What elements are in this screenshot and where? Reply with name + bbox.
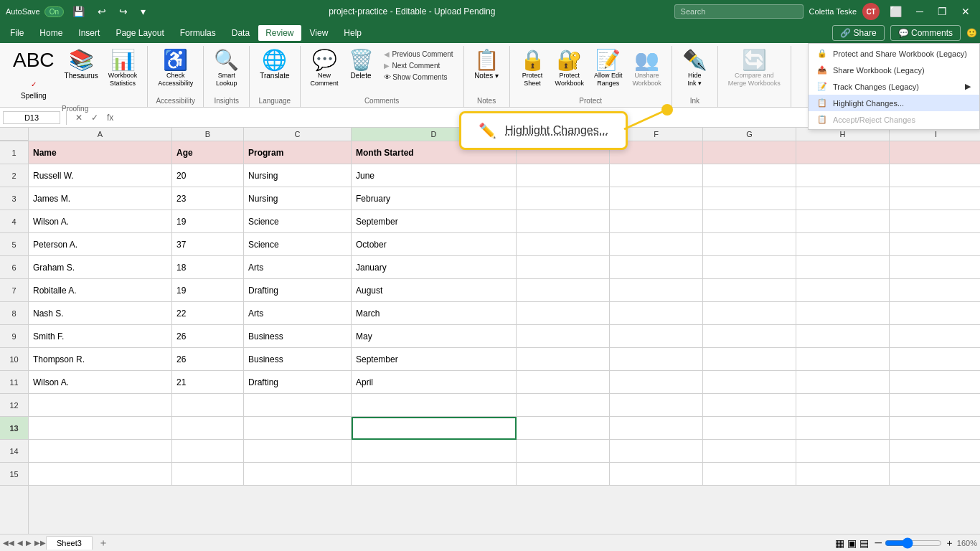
cell-11-E[interactable] (517, 371, 610, 394)
cell-9-B[interactable]: 26 (172, 325, 244, 348)
protect-share-item[interactable]: 🔒 Protect and Share Workbook (Legacy) (809, 45, 979, 62)
cell-6-C[interactable]: Arts (244, 256, 352, 279)
cell-3-G[interactable] (703, 187, 796, 210)
cell-12-E[interactable] (517, 394, 610, 417)
cell-14-B[interactable] (172, 440, 244, 463)
cell-4-B[interactable]: 19 (172, 210, 244, 233)
cell-7-I[interactable] (890, 279, 980, 302)
cell-11-H[interactable] (796, 371, 890, 394)
cell-7-G[interactable] (703, 279, 796, 302)
track-changes-item[interactable]: 📝 Track Changes (Legacy) ▶ (809, 78, 979, 95)
cell-8-H[interactable] (796, 302, 890, 325)
row-num-13[interactable]: 13 (0, 417, 28, 440)
cell-12-C[interactable] (244, 394, 352, 417)
cell-10-F[interactable] (610, 348, 703, 371)
menu-home[interactable]: Home (32, 25, 70, 41)
cell-12-A[interactable] (29, 394, 172, 417)
cell-4-G[interactable] (703, 210, 796, 233)
undo-button[interactable]: ↩ (93, 4, 110, 19)
cell-5-C[interactable]: Science (244, 233, 352, 256)
cell-9-G[interactable] (703, 325, 796, 348)
cell-7-C[interactable]: Drafting (244, 279, 352, 302)
cell-4-A[interactable]: Wilson A. (29, 210, 172, 233)
autosave-toggle[interactable]: On (44, 6, 64, 17)
sheet-prev-button[interactable]: ◀ (17, 539, 23, 547)
cell-5-I[interactable] (890, 233, 980, 256)
cell-3-A[interactable]: James M. (29, 187, 172, 210)
cell-3-H[interactable] (796, 187, 890, 210)
cell-13-C[interactable] (244, 417, 352, 440)
cell-9-H[interactable] (796, 325, 890, 348)
sheet-tab-sheet3[interactable]: Sheet3 (46, 536, 93, 550)
unshare-workbook-button[interactable]: 👥 UnshareWorkbook (628, 47, 665, 90)
customize-qat-button[interactable]: ▾ (136, 4, 150, 19)
cell-1-H[interactable] (796, 141, 890, 164)
cell-10-H[interactable] (796, 348, 890, 371)
cell-4-H[interactable] (796, 210, 890, 233)
cell-7-D[interactable]: August (352, 279, 517, 302)
cell-2-F[interactable] (610, 164, 703, 187)
cell-15-C[interactable] (244, 463, 352, 486)
previous-comment-button[interactable]: ◀ Previous Comment (380, 49, 458, 60)
menu-review[interactable]: Review (258, 25, 301, 41)
cell-14-F[interactable] (610, 440, 703, 463)
row-num-11[interactable]: 11 (0, 371, 28, 394)
cell-12-H[interactable] (796, 394, 890, 417)
next-comment-button[interactable]: ▶ Next Comment (380, 60, 458, 71)
cell-8-G[interactable] (703, 302, 796, 325)
cell-11-I[interactable] (890, 371, 980, 394)
protect-sheet-button[interactable]: 🔒 ProtectSheet (516, 47, 550, 90)
cell-3-E[interactable] (517, 187, 610, 210)
restore-button[interactable]: ❐ (933, 4, 951, 19)
cell-13-D[interactable] (352, 417, 517, 440)
cell-12-F[interactable] (610, 394, 703, 417)
normal-view-button[interactable]: ▦ (835, 537, 844, 549)
cell-15-E[interactable] (517, 463, 610, 486)
cell-6-H[interactable] (796, 256, 890, 279)
cell-8-D[interactable]: March (352, 302, 517, 325)
hide-ink-button[interactable]: ✒️ HideInk ▾ (678, 47, 712, 90)
menu-formulas[interactable]: Formulas (173, 25, 223, 41)
cell-11-D[interactable]: April (352, 371, 517, 394)
smart-lookup-button[interactable]: 🔍 SmartLookup (209, 47, 243, 90)
share-button[interactable]: 🔗 Share (832, 25, 884, 41)
cell-10-B[interactable]: 26 (172, 348, 244, 371)
cell-14-E[interactable] (517, 440, 610, 463)
cell-2-G[interactable] (703, 164, 796, 187)
zoom-in-button[interactable]: ＋ (945, 537, 954, 550)
add-sheet-button[interactable]: ＋ (94, 537, 113, 550)
cell-11-G[interactable] (703, 371, 796, 394)
row-num-1[interactable]: 1 (0, 141, 28, 164)
cell-5-G[interactable] (703, 233, 796, 256)
allow-edit-ranges-button[interactable]: 📝 Allow EditRanges (590, 47, 627, 90)
row-num-2[interactable]: 2 (0, 164, 28, 187)
cell-6-F[interactable] (610, 256, 703, 279)
row-num-6[interactable]: 6 (0, 256, 28, 279)
cell-13-B[interactable] (172, 417, 244, 440)
translate-button[interactable]: 🌐 Translate (255, 47, 293, 83)
close-button[interactable]: ✕ (957, 4, 974, 19)
menu-data[interactable]: Data (225, 25, 257, 41)
cell-12-B[interactable] (172, 394, 244, 417)
cell-8-C[interactable]: Arts (244, 302, 352, 325)
cell-15-D[interactable] (352, 463, 517, 486)
row-num-4[interactable]: 4 (0, 210, 28, 233)
zoom-slider[interactable] (885, 537, 942, 549)
row-num-5[interactable]: 5 (0, 233, 28, 256)
row-num-3[interactable]: 3 (0, 187, 28, 210)
cell-10-D[interactable]: September (352, 348, 517, 371)
cell-4-D[interactable]: September (352, 210, 517, 233)
cell-8-A[interactable]: Nash S. (29, 302, 172, 325)
row-num-10[interactable]: 10 (0, 348, 28, 371)
cell-2-I[interactable] (890, 164, 980, 187)
cell-5-A[interactable]: Peterson A. (29, 233, 172, 256)
sheet-scroll-right-button[interactable]: ▶▶ (34, 539, 46, 547)
avatar[interactable]: CT (862, 3, 880, 20)
row-num-15[interactable]: 15 (0, 463, 28, 486)
cell-15-A[interactable] (29, 463, 172, 486)
cell-13-A[interactable] (29, 417, 172, 440)
cell-11-B[interactable]: 21 (172, 371, 244, 394)
cell-9-A[interactable]: Smith F. (29, 325, 172, 348)
cell-15-I[interactable] (890, 463, 980, 486)
cell-2-D[interactable]: June (352, 164, 517, 187)
